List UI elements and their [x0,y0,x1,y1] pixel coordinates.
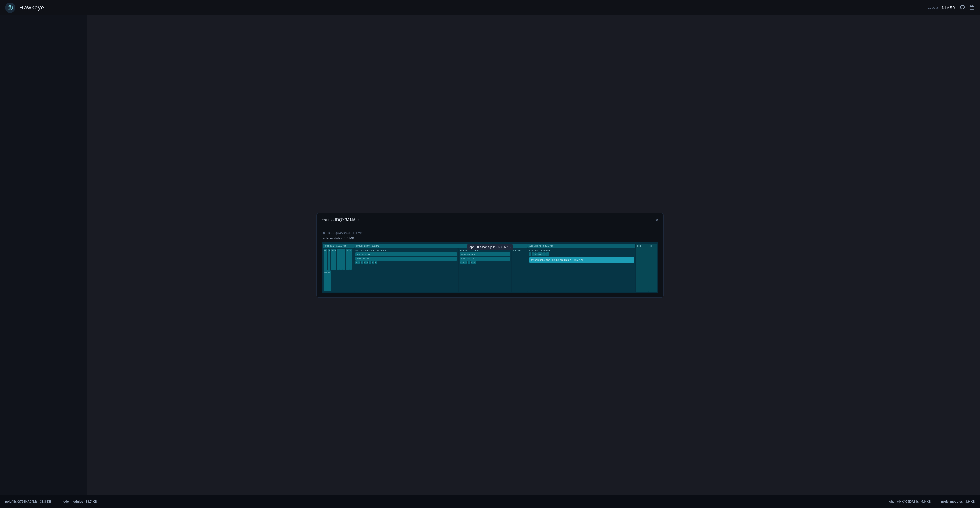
uilib-src-lib[interactable]: mycompany-app-uilib-ng-src-lib.mjs · 485… [529,257,634,263]
pop-label: pop [637,245,648,247]
uilib-e[interactable]: e [546,252,549,256]
angular-cell-c1[interactable]: c [337,249,339,270]
pop-block[interactable]: pop [636,244,649,292]
inkable-r5[interactable]: r [471,261,473,264]
icons-jslib-r3[interactable]: r [361,261,363,264]
module-info-label: node_modules · 1.4 MB [321,237,659,240]
modal-header: chunk-JDQX3ANA.js × [317,213,663,227]
bottom-bar: polyfills-Q763KACN.js · 33.8 KB node_mod… [0,495,980,508]
uilib-src-lib-label: mycompany-app-uilib-ng-src-lib.mjs · 485… [531,259,632,261]
module-size: 1.4 MB [344,237,354,240]
inkable-r3[interactable]: r [465,261,468,264]
uilib-r3[interactable]: r [535,252,537,256]
angular-cell-p[interactable]: p [328,249,330,270]
section-pop: pop [636,244,649,292]
inkable-r4[interactable]: r [468,261,470,264]
icons-jslib-r1[interactable]: r [355,261,358,264]
bottom-right-size: 4.0 KB [921,500,931,503]
icons-jslib-cells: esm · 443.7 KB build · 443.7 KB r r r r … [355,252,457,264]
uilib-n[interactable]: n [543,252,546,256]
angular-cell-cc[interactable]: cc [324,249,327,270]
mycompany-body: app-utils-icons-jslib · 693.6 KB esm · 4… [354,248,528,292]
bottom-left-sub-name: node_modules [62,500,83,503]
icons-jslib-label: app-utils-icons-jslib · 693.6 KB [355,249,457,252]
angular-cell-l[interactable]: l [343,249,345,270]
modal-title: chunk-JDQX3ANA.js [321,218,360,222]
file-name: chunk-JDQX3ANA.js [321,231,350,234]
specific-label: specific [513,249,527,252]
angular-cell-form[interactable]: form [331,249,336,270]
angular-cell-router[interactable]: router [324,270,331,291]
bottom-left-sub-size: 33.7 KB [86,500,97,503]
mycompany-header[interactable]: @mycompany · 1.2 MB [354,244,528,248]
inkable-build[interactable]: build · 211.2 KB [460,257,511,261]
icons-jslib-sub-cells: r r r r r r r r [355,261,457,264]
modal-close-button[interactable]: × [655,217,659,223]
icons-jslib-r6[interactable]: r [369,261,371,264]
topbar-right: v1 beta NIVER [928,4,975,11]
uilib-body: fesm2022 · 522.0 KB r r r myc n e [528,248,635,292]
di-block[interactable]: di [649,244,657,292]
angular-header[interactable]: @angular · 150.0 KB [323,244,354,248]
icons-jslib-build[interactable]: build · 443.7 KB [355,257,457,261]
username-label: NIVER [942,6,956,10]
module-name: node_modules [321,237,342,240]
section-angular: @angular · 150.0 KB cc p form c c l fe f… [323,244,354,292]
icons-jslib-r2[interactable]: r [358,261,361,264]
bottom-left-name: polyfills-Q763KACN.js [5,500,38,503]
bottom-left-sub: node_modules · 33.7 KB [62,500,97,503]
bottom-right-item: chunk-HK4C5DA3.js · 4.0 KB [889,500,931,503]
bottom-left-item: polyfills-Q763KACN.js · 33.8 KB [5,500,51,503]
angular-cell-f[interactable]: f [350,249,352,270]
uilib-r2[interactable]: r [532,252,534,256]
uilib-fesm: fesm2022 · 522.0 KB r r r myc n e [528,248,635,292]
modal-overlay: chunk-JDQX3ANA.js × chunk-JDQX3ANA.js · … [0,15,980,495]
section-mycompany: @mycompany · 1.2 MB app-utils-icons-jsli… [354,244,528,292]
section-di: di [649,244,657,292]
bottom-left-size: 33.8 KB [40,500,51,503]
uilib-header[interactable]: app-uilib-ng · 522.0 KB [528,244,635,248]
inkable-p[interactable]: p [473,261,476,264]
uilib-label: app-uilib-ng · 522.0 KB [529,245,634,247]
section-uilib: app-uilib-ng · 522.0 KB fesm2022 · 522.0… [528,244,635,292]
uilib-myco[interactable]: myc [537,252,542,256]
angular-label: @angular · 150.0 KB [325,245,353,247]
icons-jslib-esm[interactable]: esm · 443.7 KB [355,252,457,256]
treemap-visualization: app-utils-icons-jslib · 693.6 KB @angula… [321,242,659,293]
angular-cell-c2[interactable]: c [340,249,343,270]
bottom-right-name: chunk-HK4C5DA3.js [889,500,919,503]
main-area: chunk-JDQX3ANA.js × chunk-JDQX3ANA.js · … [0,15,980,495]
app-logo[interactable] [5,3,15,13]
subsection-inkable: inkable · 211.2 KB esm · 211.2 KB build … [458,248,511,292]
inkable-label: inkable · 211.2 KB [460,249,511,252]
github-icon[interactable] [959,4,965,11]
icons-jslib-r7[interactable]: r [372,261,374,264]
mycompany-label: @mycompany · 1.2 MB [356,245,526,247]
svg-point-1 [10,6,11,8]
di-label: di [651,245,655,247]
uilib-fesm-label: fesm2022 · 522.0 KB [529,249,634,252]
version-label: v1 beta [928,6,938,10]
uilib-r1[interactable]: r [529,252,531,256]
angular-cells: cc p form c c l fe f router [323,248,354,292]
angular-cell-fe[interactable]: fe [346,249,349,270]
modal-dialog: chunk-JDQX3ANA.js × chunk-JDQX3ANA.js · … [316,213,664,298]
icons-jslib-r8[interactable]: r [374,261,377,264]
subsection-specific: specific [512,248,528,292]
file-info-label: chunk-JDQX3ANA.js · 1.4 MB [321,231,659,234]
topbar: Hawkeye v1 beta NIVER [0,0,980,15]
inkable-r2[interactable]: r [462,261,465,264]
icons-jslib-r5[interactable]: r [366,261,369,264]
inkable-esm[interactable]: esm · 211.2 KB [460,252,511,256]
modal-body: chunk-JDQX3ANA.js · 1.4 MB node_modules … [317,227,663,298]
subsection-icons-jslib: app-utils-icons-jslib · 693.6 KB esm · 4… [354,248,458,292]
gift-icon[interactable] [969,4,975,11]
bottom-right-sub-size: 3.9 KB [966,500,975,503]
inkable-r1[interactable]: r [460,261,462,264]
icons-jslib-r4[interactable]: r [364,261,366,264]
uilib-fesm-cells: r r r myc n e [529,252,634,256]
inkable-sub-cells: r r r r r p [460,261,511,264]
app-title: Hawkeye [19,4,44,11]
bottom-right-sub: node_modules · 3.9 KB [941,500,975,503]
file-size: 1.4 MB [353,231,362,234]
